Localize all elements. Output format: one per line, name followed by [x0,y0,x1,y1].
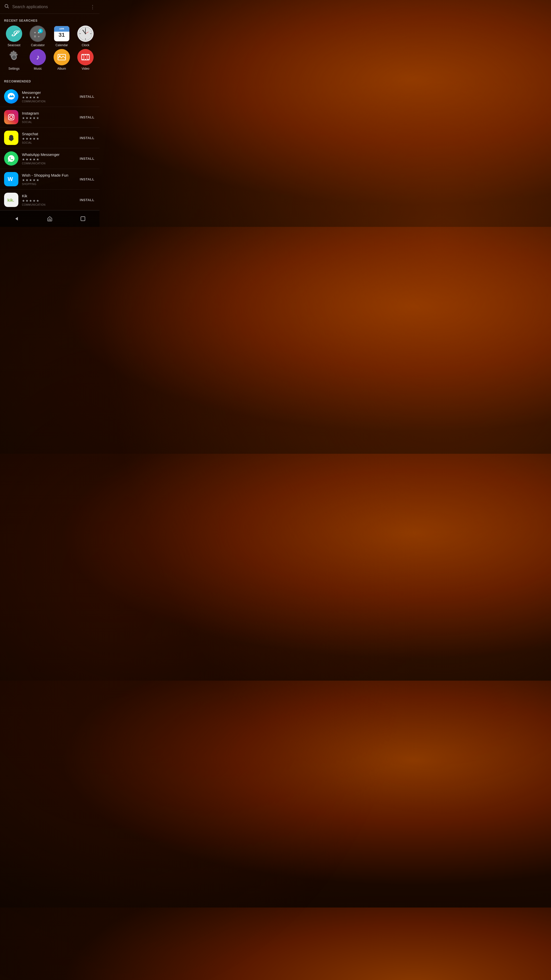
svg-rect-22 [83,55,83,56]
svg-point-31 [10,116,13,119]
app-clock[interactable]: Clock [75,25,97,47]
wish-icon: W [4,172,18,186]
recent-searches-header: RECENT SEARCHES [0,14,100,25]
app-clock-label: Clock [82,43,89,47]
svg-text:C: C [40,29,41,32]
rec-item-whatsapp[interactable]: WhatsApp Messenger ★ ★ ★ ★ ★ COMMUNICATI… [0,148,100,169]
recents-button[interactable] [78,213,88,224]
app-seacoast-label: Seacoast [8,43,21,47]
app-calendar-label: Calendar [56,43,68,47]
messenger-name: Messenger [22,90,75,95]
whatsapp-category: COMMUNICATION [22,162,75,165]
app-music[interactable]: ♪ Music [27,49,49,70]
svg-text:+: + [34,31,36,35]
whatsapp-info: WhatsApp Messenger ★ ★ ★ ★ ★ COMMUNICATI… [22,152,75,165]
recommended-list: Messenger ★ ★ ★ ★ ★ COMMUNICATION INSTAL… [0,86,100,210]
messenger-category: COMMUNICATION [22,100,75,103]
whatsapp-icon [4,151,18,165]
svg-text:✕: ✕ [38,31,40,34]
kik-install-button[interactable]: INSTALL [79,197,95,203]
instagram-icon [4,110,18,124]
app-seacoast[interactable]: 𝒮 Seacoast [3,25,25,47]
svg-text:kik.: kik. [7,198,14,202]
svg-line-1 [8,7,9,8]
snapchat-info: Snapchat ★ ★ ★ ★ ★ SOCIAL [22,132,75,144]
svg-text:=: = [34,35,36,38]
seacoast-icon: 𝒮 [6,25,22,42]
svg-marker-35 [15,217,18,221]
svg-point-17 [85,33,86,34]
svg-rect-26 [85,59,86,60]
svg-point-20 [59,56,60,57]
svg-rect-25 [83,59,83,60]
kik-icon: kik. [4,192,18,207]
wish-name: Wish - Shopping Made Fun [22,173,75,177]
music-icon: ♪ [30,49,46,65]
app-album[interactable]: Album [51,49,73,70]
calendar-icon: APR 31 [54,25,70,42]
app-calculator[interactable]: C + ✕ = ÷ Calculator [27,25,49,47]
instagram-category: SOCIAL [22,121,75,124]
search-input[interactable] [12,5,87,9]
bottom-nav [0,210,100,227]
svg-rect-23 [85,55,86,56]
wish-stars: ★ ★ ★ ★ ★ [22,178,75,182]
more-icon[interactable]: ⋮ [90,4,95,10]
snapchat-install-button[interactable]: INSTALL [79,135,95,141]
kik-info: Kik ★ ★ ★ ★ ★ COMMUNICATION [22,194,75,206]
kik-category: COMMUNICATION [22,204,75,206]
recent-searches-grid: 𝒮 Seacoast C + ✕ = ÷ Calculator [0,25,100,75]
back-button[interactable] [11,213,22,224]
svg-rect-27 [87,59,89,60]
svg-text:W: W [8,176,13,182]
instagram-stars: ★ ★ ★ ★ ★ [22,116,75,120]
app-calculator-label: Calculator [31,43,44,47]
whatsapp-stars: ★ ★ ★ ★ ★ [22,158,75,161]
album-icon [54,49,70,65]
snapchat-icon [4,130,18,145]
app-settings-label: Settings [8,67,19,70]
instagram-info: Instagram ★ ★ ★ ★ ★ SOCIAL [22,111,75,124]
calculator-icon: C + ✕ = ÷ [30,25,46,42]
kik-name: Kik [22,194,75,198]
wish-info: Wish - Shopping Made Fun ★ ★ ★ ★ ★ SHOPP… [22,173,75,186]
app-video[interactable]: Video [75,49,97,70]
svg-rect-24 [87,55,89,56]
rec-item-instagram[interactable]: Instagram ★ ★ ★ ★ ★ SOCIAL INSTALL [0,107,100,127]
svg-text:÷: ÷ [38,35,40,38]
settings-icon [6,49,22,65]
app-music-label: Music [34,67,42,70]
svg-rect-36 [81,217,85,221]
app-album-label: Album [57,67,66,70]
search-bar[interactable]: ⋮ [0,0,100,14]
whatsapp-install-button[interactable]: INSTALL [79,156,95,162]
app-video-label: Video [82,67,89,70]
messenger-install-button[interactable]: INSTALL [79,94,95,100]
rec-item-wish[interactable]: W Wish - Shopping Made Fun ★ ★ ★ ★ ★ SHO… [0,169,100,189]
app-settings[interactable]: Settings [3,49,25,70]
clock-icon [77,25,94,42]
whatsapp-name: WhatsApp Messenger [22,152,75,157]
app-calendar[interactable]: APR 31 Calendar [51,25,73,47]
messenger-icon [4,89,18,103]
home-button[interactable] [44,213,55,224]
snapchat-stars: ★ ★ ★ ★ ★ [22,137,75,141]
kik-stars: ★ ★ ★ ★ ★ [22,199,75,203]
instagram-install-button[interactable]: INSTALL [79,115,95,120]
svg-point-18 [12,56,16,59]
messenger-info: Messenger ★ ★ ★ ★ ★ COMMUNICATION [22,90,75,103]
recommended-header: RECOMMENDED [0,75,100,86]
messenger-stars: ★ ★ ★ ★ ★ [22,95,75,99]
svg-point-32 [13,115,14,116]
svg-point-0 [5,4,8,7]
instagram-name: Instagram [22,111,75,115]
rec-item-kik[interactable]: kik. Kik ★ ★ ★ ★ ★ COMMUNICATION INSTALL [0,189,100,210]
snapchat-category: SOCIAL [22,142,75,144]
wish-category: SHOPPING [22,183,75,186]
search-icon [4,3,9,10]
rec-item-snapchat[interactable]: Snapchat ★ ★ ★ ★ ★ SOCIAL INSTALL [0,127,100,148]
rec-item-messenger[interactable]: Messenger ★ ★ ★ ★ ★ COMMUNICATION INSTAL… [0,86,100,107]
snapchat-name: Snapchat [22,132,75,136]
wish-install-button[interactable]: INSTALL [79,177,95,182]
video-icon [77,49,94,65]
